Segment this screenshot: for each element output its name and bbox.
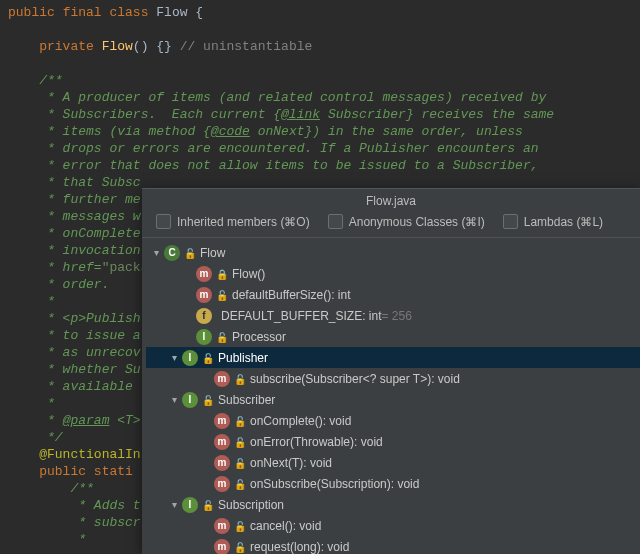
lock-icon bbox=[216, 268, 228, 280]
method-icon: m bbox=[196, 266, 212, 282]
tree-item-cancel[interactable]: m cancel(): void bbox=[146, 515, 640, 536]
method-icon: m bbox=[196, 287, 212, 303]
chevron-down-icon[interactable] bbox=[150, 247, 162, 258]
tree-item-onsubscribe[interactable]: m onSubscribe(Subscription): void bbox=[146, 473, 640, 494]
interface-icon: I bbox=[182, 497, 198, 513]
lock-icon bbox=[184, 247, 196, 259]
class-icon: C bbox=[164, 245, 180, 261]
structure-tree[interactable]: C Flow m Flow() m defaultBufferSize(): i… bbox=[142, 238, 640, 554]
checkbox-icon bbox=[328, 214, 343, 229]
tree-item-ctor[interactable]: m Flow() bbox=[146, 263, 640, 284]
tree-item-onnext[interactable]: m onNext(T): void bbox=[146, 452, 640, 473]
lock-icon bbox=[202, 394, 214, 406]
inherited-checkbox[interactable]: Inherited members (⌘O) bbox=[156, 214, 310, 229]
method-icon: m bbox=[214, 539, 230, 555]
lock-icon bbox=[234, 373, 246, 385]
lock-icon bbox=[202, 499, 214, 511]
chevron-down-icon[interactable] bbox=[168, 499, 180, 510]
lock-icon bbox=[234, 541, 246, 553]
lock-icon bbox=[234, 478, 246, 490]
anonymous-checkbox[interactable]: Anonymous Classes (⌘I) bbox=[328, 214, 485, 229]
tree-item-subscribe[interactable]: m subscribe(Subscriber<? super T>): void bbox=[146, 368, 640, 389]
checkbox-icon bbox=[156, 214, 171, 229]
checkbox-icon bbox=[503, 214, 518, 229]
method-icon: m bbox=[214, 476, 230, 492]
lock-icon bbox=[234, 415, 246, 427]
method-icon: m bbox=[214, 371, 230, 387]
inherited-label: Inherited members (⌘O) bbox=[177, 215, 310, 229]
lock-icon bbox=[234, 520, 246, 532]
tree-item-oncomplete[interactable]: m onComplete(): void bbox=[146, 410, 640, 431]
interface-icon: I bbox=[182, 392, 198, 408]
tree-item-request[interactable]: m request(long): void bbox=[146, 536, 640, 554]
tree-item-default-buffer-size-field[interactable]: f DEFAULT_BUFFER_SIZE: int = 256 bbox=[146, 305, 640, 326]
lock-icon bbox=[216, 289, 228, 301]
lambdas-label: Lambdas (⌘L) bbox=[524, 215, 603, 229]
method-icon: m bbox=[214, 518, 230, 534]
tree-item-onerror[interactable]: m onError(Throwable): void bbox=[146, 431, 640, 452]
method-icon: m bbox=[214, 455, 230, 471]
tree-item-subscriber[interactable]: I Subscriber bbox=[146, 389, 640, 410]
popup-title: Flow.java bbox=[142, 189, 640, 212]
tree-item-defaultbuffersize[interactable]: m defaultBufferSize(): int bbox=[146, 284, 640, 305]
filters-bar: Inherited members (⌘O) Anonymous Classes… bbox=[142, 212, 640, 238]
lambdas-checkbox[interactable]: Lambdas (⌘L) bbox=[503, 214, 603, 229]
field-icon: f bbox=[196, 308, 212, 324]
interface-icon: I bbox=[182, 350, 198, 366]
chevron-down-icon[interactable] bbox=[168, 394, 180, 405]
lock-icon bbox=[216, 331, 228, 343]
tree-item-publisher[interactable]: I Publisher bbox=[146, 347, 640, 368]
interface-icon: I bbox=[196, 329, 212, 345]
chevron-down-icon[interactable] bbox=[168, 352, 180, 363]
structure-popup: Flow.java Inherited members (⌘O) Anonymo… bbox=[142, 188, 640, 554]
tree-item-subscription[interactable]: I Subscription bbox=[146, 494, 640, 515]
tree-item-flow[interactable]: C Flow bbox=[146, 242, 640, 263]
tree-item-processor[interactable]: I Processor bbox=[146, 326, 640, 347]
anon-label: Anonymous Classes (⌘I) bbox=[349, 215, 485, 229]
lock-icon bbox=[234, 457, 246, 469]
lock-icon bbox=[234, 436, 246, 448]
lock-icon bbox=[202, 352, 214, 364]
method-icon: m bbox=[214, 413, 230, 429]
method-icon: m bbox=[214, 434, 230, 450]
